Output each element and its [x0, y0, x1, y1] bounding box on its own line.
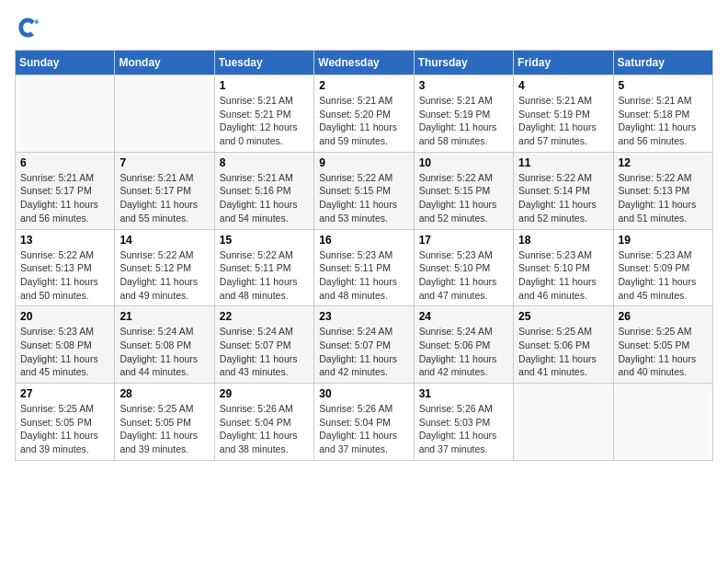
calendar-cell: 17 Sunrise: 5:23 AM Sunset: 5:10 PM Dayl… [414, 229, 513, 306]
sunset-text: Sunset: 5:09 PM [619, 261, 708, 275]
calendar-cell: 13 Sunrise: 5:22 AM Sunset: 5:13 PM Dayl… [16, 229, 115, 306]
calendar-cell: 21 Sunrise: 5:24 AM Sunset: 5:08 PM Dayl… [115, 306, 214, 384]
calendar-cell: 30 Sunrise: 5:26 AM Sunset: 5:04 PM Dayl… [314, 384, 414, 461]
sunset-text: Sunset: 5:10 PM [419, 261, 508, 275]
daylight-text: Daylight: 11 hours and 49 minutes. [119, 275, 209, 302]
cell-details: Sunrise: 5:22 AM Sunset: 5:11 PM Dayligh… [220, 248, 309, 303]
sunrise-text: Sunrise: 5:26 AM [319, 402, 408, 416]
sunset-text: Sunset: 5:05 PM [119, 416, 209, 430]
sunrise-text: Sunrise: 5:22 AM [20, 248, 109, 262]
day-number: 19 [619, 234, 708, 247]
sunset-text: Sunset: 5:04 PM [319, 416, 408, 430]
daylight-text: Daylight: 11 hours and 55 minutes. [119, 198, 209, 224]
cell-details: Sunrise: 5:21 AM Sunset: 5:21 PM Dayligh… [220, 94, 309, 148]
sunset-text: Sunset: 5:13 PM [619, 184, 708, 198]
calendar-cell: 14 Sunrise: 5:22 AM Sunset: 5:12 PM Dayl… [115, 229, 214, 306]
daylight-text: Daylight: 11 hours and 37 minutes. [419, 429, 508, 455]
cell-details: Sunrise: 5:22 AM Sunset: 5:13 PM Dayligh… [20, 248, 109, 303]
calendar-cell: 24 Sunrise: 5:24 AM Sunset: 5:06 PM Dayl… [414, 306, 513, 384]
day-number: 11 [518, 156, 608, 169]
header-friday: Friday [514, 51, 613, 75]
calendar-cell: 31 Sunrise: 5:26 AM Sunset: 5:03 PM Dayl… [414, 384, 513, 461]
sunset-text: Sunset: 5:08 PM [20, 339, 109, 352]
sunset-text: Sunset: 5:18 PM [619, 108, 708, 121]
cell-details: Sunrise: 5:22 AM Sunset: 5:13 PM Dayligh… [619, 171, 708, 225]
calendar-cell: 18 Sunrise: 5:23 AM Sunset: 5:10 PM Dayl… [514, 229, 613, 306]
calendar-cell: 6 Sunrise: 5:21 AM Sunset: 5:17 PM Dayli… [16, 152, 115, 229]
sunrise-text: Sunrise: 5:22 AM [619, 171, 708, 185]
sunset-text: Sunset: 5:20 PM [319, 108, 408, 121]
sunrise-text: Sunrise: 5:22 AM [518, 171, 608, 185]
header-sunday: Sunday [16, 51, 115, 75]
sunset-text: Sunset: 5:04 PM [220, 416, 309, 430]
sunrise-text: Sunrise: 5:25 AM [20, 402, 109, 416]
sunrise-text: Sunrise: 5:25 AM [619, 325, 708, 339]
calendar-cell: 3 Sunrise: 5:21 AM Sunset: 5:19 PM Dayli… [414, 75, 513, 153]
day-number: 29 [220, 387, 309, 400]
sunrise-text: Sunrise: 5:26 AM [220, 402, 309, 416]
calendar-cell: 12 Sunrise: 5:22 AM Sunset: 5:13 PM Dayl… [613, 152, 712, 229]
cell-details: Sunrise: 5:21 AM Sunset: 5:19 PM Dayligh… [518, 94, 608, 148]
calendar-table: SundayMondayTuesdayWednesdayThursdayFrid… [15, 50, 713, 461]
cell-details: Sunrise: 5:23 AM Sunset: 5:10 PM Dayligh… [419, 248, 508, 303]
daylight-text: Daylight: 11 hours and 48 minutes. [220, 275, 309, 302]
sunrise-text: Sunrise: 5:24 AM [220, 325, 309, 339]
sunset-text: Sunset: 5:16 PM [220, 184, 309, 198]
cell-details: Sunrise: 5:21 AM Sunset: 5:18 PM Dayligh… [619, 94, 708, 148]
calendar-cell: 9 Sunrise: 5:22 AM Sunset: 5:15 PM Dayli… [314, 152, 414, 229]
daylight-text: Daylight: 11 hours and 45 minutes. [619, 275, 708, 302]
cell-details: Sunrise: 5:25 AM Sunset: 5:05 PM Dayligh… [20, 402, 109, 456]
day-number: 5 [619, 79, 708, 92]
cell-details: Sunrise: 5:22 AM Sunset: 5:12 PM Dayligh… [119, 248, 209, 303]
day-number: 13 [20, 234, 109, 247]
calendar-cell [115, 75, 214, 153]
sunrise-text: Sunrise: 5:25 AM [119, 402, 209, 416]
calendar-cell: 4 Sunrise: 5:21 AM Sunset: 5:19 PM Dayli… [514, 75, 613, 153]
cell-details: Sunrise: 5:22 AM Sunset: 5:15 PM Dayligh… [419, 171, 508, 225]
cell-details: Sunrise: 5:22 AM Sunset: 5:14 PM Dayligh… [518, 171, 608, 225]
sunrise-text: Sunrise: 5:25 AM [518, 325, 608, 339]
sunset-text: Sunset: 5:08 PM [119, 339, 209, 352]
logo-icon [15, 15, 40, 40]
sunset-text: Sunset: 5:19 PM [419, 108, 508, 121]
daylight-text: Daylight: 12 hours and 0 minutes. [220, 121, 309, 147]
sunrise-text: Sunrise: 5:23 AM [319, 248, 408, 262]
calendar-cell: 28 Sunrise: 5:25 AM Sunset: 5:05 PM Dayl… [115, 384, 214, 461]
calendar-cell: 22 Sunrise: 5:24 AM Sunset: 5:07 PM Dayl… [214, 306, 313, 384]
calendar-cell: 8 Sunrise: 5:21 AM Sunset: 5:16 PM Dayli… [214, 152, 313, 229]
sunset-text: Sunset: 5:12 PM [119, 261, 209, 275]
calendar-cell: 2 Sunrise: 5:21 AM Sunset: 5:20 PM Dayli… [314, 75, 414, 153]
daylight-text: Daylight: 11 hours and 52 minutes. [419, 198, 508, 224]
day-number: 10 [419, 156, 508, 169]
sunrise-text: Sunrise: 5:24 AM [119, 325, 209, 339]
day-number: 17 [419, 234, 508, 247]
header-tuesday: Tuesday [214, 51, 313, 75]
calendar-cell: 23 Sunrise: 5:24 AM Sunset: 5:07 PM Dayl… [314, 306, 414, 384]
cell-details: Sunrise: 5:26 AM Sunset: 5:03 PM Dayligh… [419, 402, 508, 456]
sunrise-text: Sunrise: 5:22 AM [419, 171, 508, 185]
daylight-text: Daylight: 11 hours and 56 minutes. [20, 198, 109, 224]
day-number: 24 [419, 310, 508, 323]
cell-details: Sunrise: 5:25 AM Sunset: 5:05 PM Dayligh… [119, 402, 209, 456]
day-number: 23 [319, 310, 408, 323]
header-wednesday: Wednesday [314, 51, 414, 75]
daylight-text: Daylight: 11 hours and 42 minutes. [419, 352, 508, 379]
sunset-text: Sunset: 5:11 PM [319, 261, 408, 275]
sunrise-text: Sunrise: 5:24 AM [419, 325, 508, 339]
cell-details: Sunrise: 5:25 AM Sunset: 5:05 PM Dayligh… [619, 325, 708, 379]
daylight-text: Daylight: 11 hours and 38 minutes. [220, 429, 309, 455]
sunset-text: Sunset: 5:03 PM [419, 416, 508, 430]
daylight-text: Daylight: 11 hours and 58 minutes. [419, 121, 508, 147]
sunset-text: Sunset: 5:11 PM [220, 261, 309, 275]
week-row-2: 6 Sunrise: 5:21 AM Sunset: 5:17 PM Dayli… [16, 152, 713, 229]
sunset-text: Sunset: 5:06 PM [419, 339, 508, 352]
sunset-text: Sunset: 5:15 PM [419, 184, 508, 198]
day-number: 6 [20, 156, 109, 169]
day-number: 22 [220, 310, 309, 323]
daylight-text: Daylight: 11 hours and 41 minutes. [518, 352, 608, 379]
sunrise-text: Sunrise: 5:22 AM [220, 248, 309, 262]
day-number: 18 [518, 234, 608, 247]
daylight-text: Daylight: 11 hours and 57 minutes. [518, 121, 608, 147]
sunrise-text: Sunrise: 5:26 AM [419, 402, 508, 416]
calendar-cell: 20 Sunrise: 5:23 AM Sunset: 5:08 PM Dayl… [16, 306, 115, 384]
